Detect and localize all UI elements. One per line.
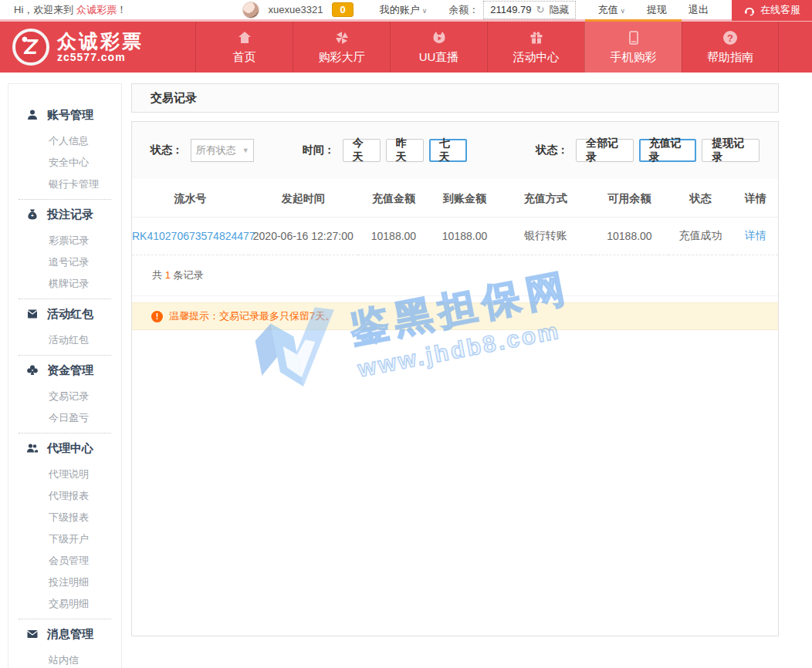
table-header-row: 流水号 发起时间 充值金额 到账金额 充值方式 可用余额 状态 详情: [132, 179, 778, 218]
page-title: 交易记录: [131, 83, 779, 113]
sidebar-item-transaction-details[interactable]: 交易明细: [8, 593, 121, 615]
sidebar-item-activity-red-envelope[interactable]: 活动红包: [8, 329, 121, 351]
welcome-text: Hi，欢迎来到 众诚彩票！: [14, 3, 127, 17]
section-title: 投注记录: [47, 207, 93, 222]
agents-icon: [26, 442, 39, 454]
sidebar-section-funds[interactable]: 资金管理: [8, 359, 121, 381]
cell-time: 2020-06-16 12:27:00: [249, 218, 358, 255]
sidebar-item-bet-details[interactable]: 投注明细: [8, 572, 121, 593]
sidebar-item-board-game-records[interactable]: 棋牌记录: [8, 273, 121, 295]
logo-z-icon: Z: [12, 29, 49, 66]
nav-item-mobile-lottery[interactable]: 手机购彩: [584, 22, 682, 73]
sidebar-section-messages[interactable]: 消息管理: [8, 623, 121, 645]
time-filter-yesterday-button[interactable]: 昨天: [386, 139, 424, 162]
chevron-down-icon: ∨: [422, 7, 428, 15]
sidebar-item-transaction-records[interactable]: 交易记录: [8, 386, 121, 407]
serial-link[interactable]: RK410270673574824477: [132, 218, 249, 255]
avatar[interactable]: [242, 2, 259, 19]
phone-icon: [626, 29, 641, 46]
sidebar-item-subordinate-account[interactable]: 下级开户: [8, 528, 121, 550]
sidebar-item-bank-card[interactable]: 银行卡管理: [8, 174, 121, 195]
sidebar-item-member-management[interactable]: 会员管理: [8, 550, 121, 572]
live-icon: [431, 29, 447, 46]
logo-title: 众诚彩票: [57, 31, 144, 51]
status-select[interactable]: 所有状态 ▼: [191, 139, 254, 162]
detail-link[interactable]: 详情: [732, 218, 778, 255]
divider: [19, 199, 111, 200]
nav-item-activity-center[interactable]: 活动中心: [487, 22, 584, 73]
refresh-icon[interactable]: ↻: [536, 4, 545, 15]
col-detail: 详情: [732, 179, 778, 218]
username[interactable]: xuexue3321: [269, 4, 323, 15]
record-filter-withdraw-button[interactable]: 提现记录: [702, 139, 760, 162]
divider: [19, 619, 111, 619]
nav-item-label: 购彩大厅: [319, 50, 365, 65]
nav-item-help-guide[interactable]: ? 帮助指南: [682, 22, 779, 73]
summary-prefix: 共: [152, 269, 165, 281]
nav-item-lottery-hall[interactable]: 购彩大厅: [293, 22, 390, 73]
section-title: 消息管理: [47, 627, 93, 642]
filter-bar: 状态： 所有状态 ▼ 时间： 今天 昨天 七天 状态： 全部记录 充值记录 提现…: [132, 122, 778, 179]
question-icon: ?: [723, 29, 737, 46]
section-title: 代理中心: [47, 441, 93, 456]
balance-label: 余额：: [448, 3, 479, 17]
col-received: 到账金额: [429, 179, 500, 218]
my-account-dropdown[interactable]: 我的账户∨: [380, 3, 428, 17]
record-filter-recharge-button[interactable]: 充值记录: [639, 139, 697, 162]
online-service-button[interactable]: 在线客服: [732, 0, 812, 21]
cell-balance: 10188.00: [590, 218, 668, 255]
sidebar-item-lottery-records[interactable]: 彩票记录: [8, 230, 121, 251]
summary-count: 1: [165, 269, 171, 281]
sidebar-item-personal-info[interactable]: 个人信息: [8, 130, 121, 152]
section-title: 活动红包: [47, 307, 93, 322]
svg-text:+: +: [31, 213, 34, 218]
logo-domain: zc5577.com: [57, 51, 144, 63]
nav-item-home[interactable]: 首页: [195, 22, 293, 73]
record-filter-label: 状态：: [536, 143, 568, 157]
cell-status: 充值成功: [668, 218, 733, 255]
question-glyph: ?: [723, 31, 737, 45]
sidebar-section-account[interactable]: 账号管理: [8, 104, 121, 126]
logout-link[interactable]: 退出: [689, 3, 709, 17]
nav-item-uu-live[interactable]: UU直播: [390, 22, 487, 73]
sidebar-item-agent-report[interactable]: 代理报表: [8, 485, 121, 507]
sidebar-section-bet-records[interactable]: + 投注记录: [8, 204, 121, 225]
sidebar-item-security-center[interactable]: 安全中心: [8, 152, 121, 174]
sidebar-section-agent-center[interactable]: 代理中心: [8, 437, 121, 459]
site-logo[interactable]: Z 众诚彩票 zc5577.com: [0, 22, 195, 73]
time-filter-today-button[interactable]: 今天: [343, 139, 381, 162]
sidebar-item-site-mail[interactable]: 站内信: [8, 649, 121, 668]
recharge-dropdown[interactable]: 充值∨: [597, 3, 625, 17]
warning-icon: !: [151, 311, 163, 322]
hide-balance-button[interactable]: 隐藏: [549, 3, 569, 17]
record-filter-all-button[interactable]: 全部记录: [576, 139, 634, 162]
summary-suffix: 条记录: [171, 269, 204, 281]
sidebar-item-agent-description[interactable]: 代理说明: [8, 464, 121, 485]
my-account-label: 我的账户: [380, 4, 420, 15]
chevron-down-icon: ∨: [620, 7, 625, 15]
nav-item-label: 帮助指南: [707, 50, 753, 65]
nav-item-label: 首页: [233, 50, 256, 65]
records-panel: 状态： 所有状态 ▼ 时间： 今天 昨天 七天 状态： 全部记录 充值记录 提现…: [131, 121, 779, 636]
withdraw-link[interactable]: 提现: [647, 3, 667, 17]
balance-box[interactable]: 21149.79 ↻ 隐藏: [483, 1, 576, 19]
time-filter-seven-days-button[interactable]: 七天: [429, 139, 467, 162]
cell-method: 银行转账: [500, 218, 590, 255]
divider: [19, 355, 111, 356]
moneybag-icon: +: [26, 208, 39, 221]
sidebar: 账号管理 个人信息 安全中心 银行卡管理 + 投注记录 彩票记录 追号记录 棋牌…: [8, 83, 122, 668]
sidebar-section-red-envelope[interactable]: 活动红包: [8, 303, 121, 325]
sidebar-item-chase-records[interactable]: 追号记录: [8, 251, 121, 273]
col-time: 发起时间: [249, 179, 358, 218]
nav-item-label: UU直播: [419, 50, 459, 65]
funds-icon: [26, 364, 39, 376]
online-service-label: 在线客服: [760, 3, 800, 17]
topbar: Hi，欢迎来到 众诚彩票！ xuexue3321 0 我的账户∨ 余额： 211…: [0, 0, 812, 22]
nav-item-label: 活动中心: [513, 50, 560, 65]
table-row: RK410270673574824477 2020-06-16 12:27:00…: [132, 218, 778, 255]
brand-link[interactable]: 众诚彩票: [76, 4, 117, 15]
sidebar-item-subordinate-report[interactable]: 下级报表: [8, 507, 121, 528]
sidebar-item-today-profit[interactable]: 今日盈亏: [8, 407, 121, 429]
message-count-badge[interactable]: 0: [332, 2, 353, 17]
section-title: 账号管理: [47, 108, 93, 123]
